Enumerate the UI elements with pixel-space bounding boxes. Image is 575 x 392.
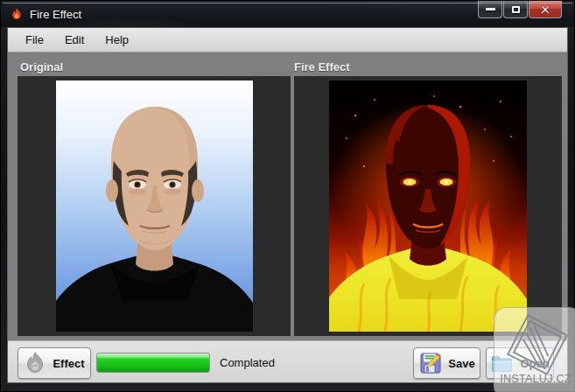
flame-effect-icon [24,352,46,374]
minimize-button[interactable] [478,1,502,18]
close-icon [540,4,550,15]
client-area: File Edit Help Original Fire Effect [7,27,568,383]
maximize-button[interactable] [503,1,528,18]
effect-button-label: Effect [53,357,84,370]
close-button[interactable] [529,1,562,18]
save-floppy-icon [418,352,442,375]
titlebar[interactable]: Fire Effect [1,1,574,27]
save-button[interactable]: Save [413,347,480,379]
original-image-panel [18,76,291,336]
flame-app-icon [10,7,24,21]
app-window: Fire Effect File Edit [0,0,575,392]
menu-edit[interactable]: Edit [54,30,95,50]
window-controls [477,1,562,18]
original-panel-label: Original [20,60,63,74]
menu-file[interactable]: File [15,30,54,50]
maximize-icon [512,6,520,13]
watermark-text: INSTALUJ.CZ [496,373,575,385]
bottom-toolbar: Effect Complated [8,340,567,382]
instaluj-watermark: INSTALUJ.CZ [494,307,575,392]
original-portrait-image [56,80,253,332]
progress-bar [96,353,210,373]
window-frame: Fire Effect File Edit [0,0,575,392]
menubar: File Edit Help [8,28,567,52]
menu-help[interactable]: Help [95,30,139,50]
window-title: Fire Effect [30,8,81,21]
fire-effect-image [329,80,527,332]
progress-fill [97,354,209,372]
minimize-icon [486,8,495,10]
save-button-label: Save [448,357,474,370]
progress-status-text: Complated [220,341,275,383]
effect-button[interactable]: Effect [18,347,91,379]
fire-effect-image-panel [294,76,562,336]
instaluj-logo-icon [503,313,571,376]
content-area: Original Fire Effect [8,52,567,340]
fire-effect-panel-label: Fire Effect [294,60,350,74]
